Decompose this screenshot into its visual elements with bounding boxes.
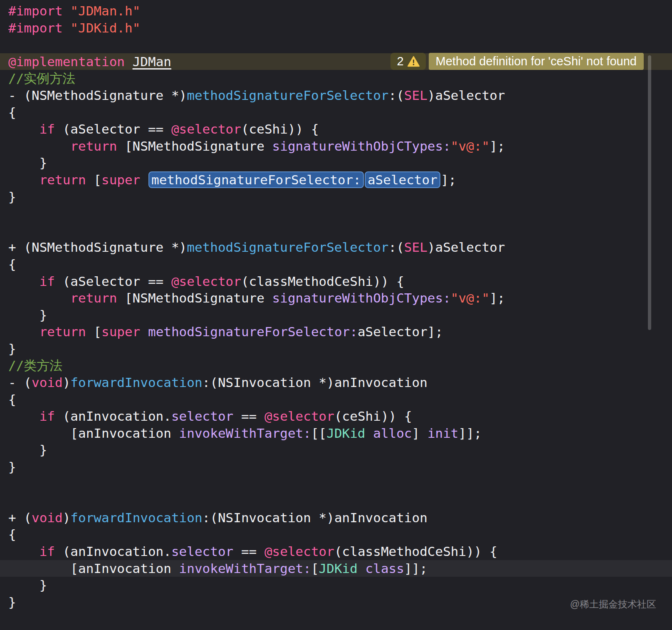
code-token: if [40, 544, 55, 559]
code-line[interactable]: #import "JDKid.h" [0, 20, 672, 37]
code-token: (anInvocation. [55, 409, 171, 424]
warning-message-text: Method definition for 'ceShi' not found [436, 55, 637, 68]
code-area[interactable]: #import "JDMan.h"#import "JDKid.h"@imple… [0, 0, 672, 630]
code-line[interactable]: if (anInvocation.selector == @selector(c… [0, 408, 672, 425]
code-token: (aSelector == [55, 274, 171, 289]
code-line[interactable]: } [0, 307, 672, 324]
code-token [140, 324, 148, 339]
code-token: invokeWithTarget: [179, 561, 311, 576]
code-token: @selector [264, 544, 334, 559]
code-line[interactable]: { [0, 104, 672, 121]
code-token: { [8, 527, 16, 542]
code-token [125, 54, 133, 69]
code-token: [ [311, 561, 319, 576]
code-line[interactable]: if (aSelector == @selector(ceShi)) { [0, 121, 672, 138]
code-line[interactable]: } [0, 459, 672, 476]
warning-count: 2 [397, 55, 403, 68]
code-line[interactable]: [anInvocation invokeWithTarget:[JDKid cl… [0, 560, 672, 577]
code-line[interactable]: return [super methodSignatureForSelector… [0, 323, 672, 340]
code-token: #import [8, 20, 63, 35]
code-token: #import [8, 3, 63, 18]
code-line[interactable] [0, 36, 672, 53]
code-token: { [8, 257, 16, 272]
code-token: } [8, 442, 47, 457]
code-token: "v@:" [451, 290, 489, 305]
code-token [63, 3, 71, 18]
code-token: [NSMethodSignature [117, 290, 272, 305]
code-token: "v@:" [451, 139, 489, 154]
code-token: (aSelector == [55, 122, 171, 136]
code-token [358, 561, 366, 576]
code-token: void [32, 510, 63, 525]
code-line[interactable]: - (void)forwardInvocation:(NSInvocation … [0, 374, 672, 391]
code-line[interactable] [0, 222, 672, 239]
code-line[interactable]: { [0, 256, 672, 273]
code-token: == [233, 409, 264, 424]
code-token: if [40, 122, 55, 136]
warning-count-badge[interactable]: 2 [390, 53, 425, 70]
code-token: ]]; [404, 561, 427, 576]
code-line[interactable]: } [0, 189, 672, 206]
code-line[interactable]: [anInvocation invokeWithTarget:[[JDKid a… [0, 425, 672, 442]
code-token [63, 20, 71, 35]
code-token: :(NSInvocation *)anInvocation [203, 510, 427, 525]
code-token: } [8, 155, 47, 170]
code-line[interactable]: + (NSMethodSignature *)methodSignatureFo… [0, 239, 672, 256]
code-editor: #import "JDMan.h"#import "JDKid.h"@imple… [0, 0, 672, 630]
code-token: { [8, 105, 16, 120]
code-line[interactable]: return [NSMethodSignature signatureWithO… [0, 290, 672, 307]
code-token [8, 274, 40, 289]
code-token: ]]; [459, 426, 482, 441]
code-token: selector [171, 409, 233, 424]
code-token: [anInvocation [8, 561, 179, 576]
code-line[interactable]: return [NSMethodSignature signatureWithO… [0, 138, 672, 155]
code-token: JDKid [319, 561, 358, 576]
code-token: [[ [311, 426, 326, 441]
code-line[interactable]: if (anInvocation.selector == @selector(c… [0, 543, 672, 560]
code-line[interactable]: { [0, 526, 672, 543]
code-line[interactable]: - (NSMethodSignature *)methodSignatureFo… [0, 87, 672, 104]
code-token [8, 409, 40, 424]
code-token: @selector [264, 409, 334, 424]
code-token [366, 426, 373, 441]
code-line[interactable] [0, 492, 672, 509]
code-line[interactable]: } [0, 154, 672, 171]
code-token: :( [389, 88, 404, 103]
code-token [8, 139, 70, 154]
code-token: JDMan [133, 54, 171, 69]
code-token: + (NSMethodSignature *) [8, 240, 187, 255]
code-line[interactable]: return [super methodSignatureForSelector… [0, 171, 672, 189]
code-token: [ [86, 172, 101, 187]
code-line[interactable]: } [0, 441, 672, 459]
code-line[interactable]: } [0, 577, 672, 594]
code-token: @selector [171, 274, 241, 289]
code-line[interactable]: { [0, 391, 672, 408]
code-line[interactable]: #import "JDMan.h" [0, 2, 672, 20]
code-token: ] [412, 426, 427, 441]
warning-message[interactable]: Method definition for 'ceShi' not found [429, 53, 644, 70]
code-token: class [366, 561, 404, 576]
code-line[interactable]: + (void)forwardInvocation:(NSInvocation … [0, 509, 672, 526]
code-token [8, 122, 40, 136]
code-line[interactable] [0, 476, 672, 493]
code-line[interactable]: //实例方法 [0, 70, 672, 87]
code-token: methodSignatureForSelector [187, 88, 388, 103]
code-token: super [101, 324, 140, 339]
code-token: return [40, 324, 86, 339]
code-token: //实例方法 [8, 71, 75, 86]
code-token: ]; [489, 290, 505, 305]
code-token: signatureWithObjCTypes: [272, 139, 451, 154]
code-token: super [101, 172, 140, 187]
code-token: } [8, 578, 47, 593]
code-line[interactable]: //类方法 [0, 357, 672, 374]
code-line[interactable] [0, 205, 672, 222]
code-token: )aSelector [427, 88, 505, 103]
code-token: return [70, 139, 117, 154]
code-token: methodSignatureForSelector: [148, 324, 358, 339]
code-line[interactable]: } [0, 340, 672, 357]
scrollbar-thumb[interactable] [648, 55, 651, 330]
code-line[interactable]: if (aSelector == @selector(classMethodCe… [0, 273, 672, 290]
code-token: ) [63, 510, 71, 525]
code-token: selector [171, 544, 233, 559]
code-token: @selector [171, 122, 241, 136]
